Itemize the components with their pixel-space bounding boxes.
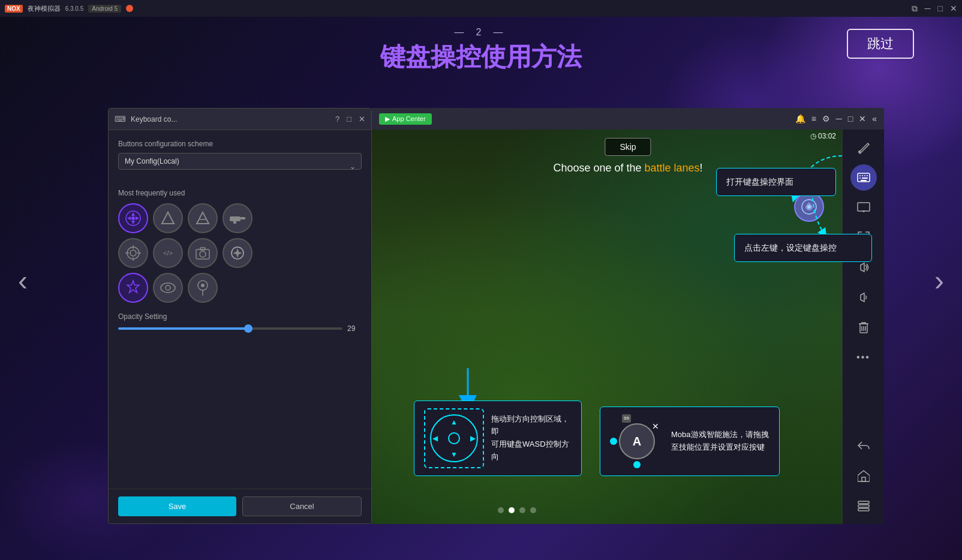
config-select-wrap[interactable]: My Config(Local) [118, 153, 362, 179]
emulator-window: ⌨ Keyboard co... ? □ ✕ Buttons configura… [108, 108, 926, 524]
svg-marker-43 [861, 293, 864, 302]
camera-icon-btn[interactable] [188, 238, 218, 268]
svg-marker-22 [127, 281, 139, 293]
svg-marker-48 [858, 471, 870, 481]
tooltip-drag-text: 拖动到方向控制区域，即可用键盘WASD控制方向 [491, 413, 572, 463]
dpad-preview: ▲ ▼ ◀ ▶ [424, 408, 484, 468]
app-name: 夜神模拟器 [28, 4, 61, 13]
nav-left-arrow[interactable]: ‹ [18, 264, 28, 297]
triangle2-icon-btn[interactable] [188, 203, 218, 233]
dpad-icon-btn[interactable] [118, 203, 148, 233]
sidebar-volume-down-icon[interactable] [850, 284, 877, 311]
triangle-icon-btn[interactable] [153, 203, 183, 233]
code-label: </> [163, 249, 173, 257]
red-dot-indicator[interactable] [126, 5, 133, 12]
topbar-maximize-icon[interactable]: □ [848, 114, 853, 124]
menu-icon[interactable]: ≡ [811, 114, 816, 124]
freq-label: Most frequently used [118, 189, 362, 197]
dot-3[interactable] [519, 507, 525, 513]
sidebar-keyboard-icon[interactable] [850, 164, 877, 191]
svg-marker-42 [861, 263, 864, 272]
pin-icon-btn[interactable] [188, 273, 218, 303]
panel-title: Keyboard co... [131, 115, 330, 124]
game-timer: ◷ 03:02 [810, 132, 836, 140]
save-button[interactable]: Save [118, 496, 236, 516]
game-topbar: ▶ App Center 🔔 ≡ ⚙ ─ □ ✕ « [372, 108, 884, 130]
minimize-icon[interactable]: ─ [925, 4, 931, 13]
opacity-row: 29 [118, 324, 362, 333]
panel-titlebar: ⌨ Keyboard co... ? □ ✕ [109, 109, 371, 130]
svg-point-30 [858, 150, 861, 153]
target-icon-btn[interactable] [118, 238, 148, 268]
svg-rect-51 [858, 505, 869, 507]
step-title: 键盘操控使用方法 [380, 40, 582, 74]
moba-circle: A [619, 423, 655, 459]
svg-point-23 [161, 283, 175, 293]
dpad-west: ◀ [432, 433, 438, 444]
sidebar-apps-icon[interactable] [850, 493, 877, 519]
close-icon[interactable]: ✕ [950, 4, 957, 13]
svg-point-24 [166, 285, 170, 290]
play-icon: ▶ [385, 115, 390, 123]
panel-save-icon[interactable]: □ [347, 115, 351, 124]
tooltip-moba: 99 ✕ A Moba游戏智能施法，请拖拽至技能位置并设置对应按键 [600, 407, 780, 476]
tooltip-click-key-text: 点击左键，设定键盘操控 [744, 243, 837, 252]
dpad-circle: ▲ ▼ ◀ ▶ [430, 414, 478, 462]
nox-box-label: NOX [5, 5, 23, 13]
svg-marker-6 [162, 212, 174, 224]
dot-1[interactable] [498, 507, 504, 513]
code-icon-btn[interactable]: </> [153, 238, 183, 268]
bell-icon[interactable]: 🔔 [795, 114, 805, 124]
sidebar-more-icon[interactable]: ••• [850, 344, 877, 371]
right-sidebar: ••• [842, 130, 884, 524]
sidebar-delete-icon[interactable] [850, 314, 877, 341]
sidebar-screen-icon[interactable] [850, 194, 877, 221]
topbar-collapse-icon[interactable]: « [872, 114, 877, 124]
moba-dot-bottom [633, 461, 641, 468]
center-text-highlight: battle lanes [645, 162, 700, 174]
maximize-icon[interactable]: □ [938, 4, 943, 13]
opacity-slider[interactable] [118, 327, 342, 330]
config-select[interactable]: My Config(Local) [118, 153, 362, 170]
skill-icon-btn[interactable] [223, 238, 252, 268]
keyboard-icon: ⌨ [115, 115, 126, 124]
gun-icon-btn[interactable] [223, 203, 252, 233]
panel-help-icon[interactable]: ? [335, 115, 339, 124]
sidebar-home-icon[interactable] [850, 463, 877, 489]
opacity-slider-thumb[interactable] [244, 324, 252, 333]
opacity-label: Opacity Setting [118, 312, 362, 321]
nox-logo: NOX [5, 5, 23, 13]
dpad-east: ▶ [470, 433, 476, 444]
step-number: 2 [476, 27, 486, 38]
star-icon-btn[interactable] [118, 273, 148, 303]
svg-point-19 [200, 251, 206, 257]
opacity-section: Opacity Setting 29 [118, 312, 362, 333]
sidebar-undo-icon[interactable] [850, 433, 877, 459]
cancel-button[interactable]: Cancel [242, 496, 362, 516]
empty-slot-1 [257, 203, 287, 233]
dpad-south: ▼ [450, 449, 458, 460]
game-skip-btn[interactable]: Skip [605, 138, 651, 156]
restore-icon[interactable]: ⧉ [912, 4, 918, 14]
tooltip-drag-direction: ▲ ▼ ◀ ▶ 拖动到方向控制区域，即可用键盘WASD控制方向 [414, 401, 582, 476]
settings-icon[interactable]: ⚙ [822, 114, 830, 124]
svg-rect-52 [858, 508, 869, 511]
icons-grid: </> [118, 203, 362, 303]
step-indicator: — 2 — 键盘操控使用方法 [380, 27, 582, 74]
dot-2[interactable] [509, 507, 515, 513]
svg-point-13 [130, 250, 136, 256]
svg-rect-50 [858, 501, 869, 504]
app-center-label: App Center [392, 115, 426, 122]
app-center-button[interactable]: ▶ App Center [379, 113, 432, 125]
dot-4[interactable] [530, 507, 536, 513]
eye-icon-btn[interactable] [153, 273, 183, 303]
sidebar-paint-icon[interactable] [850, 134, 877, 161]
emulator-ctrl-icon[interactable] [794, 192, 824, 222]
svg-marker-2 [131, 221, 135, 224]
topbar-minimize-icon[interactable]: ─ [836, 114, 842, 124]
empty-slot-2 [257, 238, 287, 268]
nav-right-arrow[interactable]: › [934, 264, 944, 297]
skip-button[interactable]: 跳过 [847, 29, 914, 59]
topbar-close-icon[interactable]: ✕ [859, 114, 866, 124]
panel-close-icon[interactable]: ✕ [359, 115, 365, 124]
